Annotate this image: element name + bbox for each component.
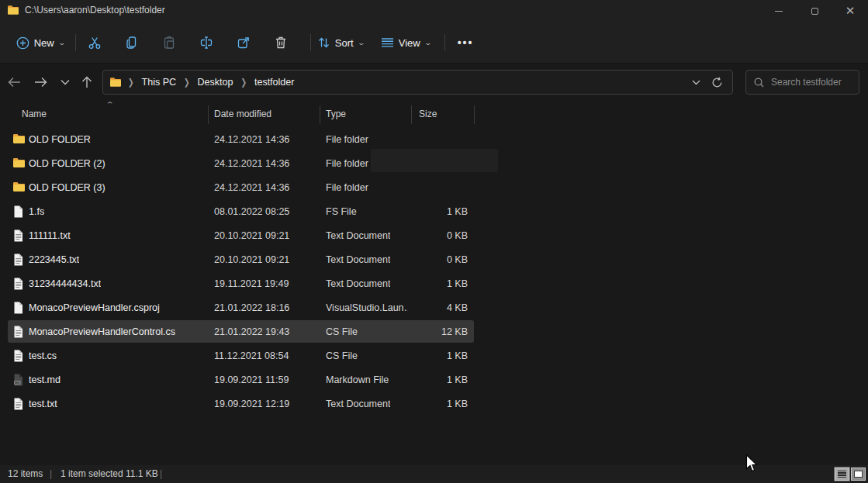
title-bar: C:\Users\aaron\Desktop\testfolder ✕ [0, 0, 868, 22]
items-count: 12 items [8, 468, 43, 479]
file-date: 21.01.2022 19:43 [214, 326, 289, 337]
column-separator[interactable] [320, 105, 320, 124]
address-bar[interactable]: ❯ This PC ❯ Desktop ❯ testfolder [102, 70, 733, 95]
thumbnails-view-toggle[interactable] [851, 467, 866, 481]
file-row[interactable]: OLD FOLDER (3)24.12.2021 14:36File folde… [0, 175, 868, 199]
column-separator[interactable] [474, 105, 475, 124]
file-date: 08.01.2022 08:25 [214, 206, 289, 217]
minimize-icon [775, 11, 783, 12]
folder-icon [12, 157, 26, 170]
file-size: 4 KB [403, 302, 468, 313]
back-button[interactable] [2, 70, 26, 95]
breadcrumb-item[interactable]: This PC [139, 77, 179, 88]
file-row[interactable]: OLD FOLDER24.12.2021 14:36File folder [0, 127, 868, 151]
details-view-toggle[interactable] [835, 467, 849, 481]
search-box[interactable] [745, 70, 859, 95]
paste-button[interactable] [154, 29, 185, 57]
text-file-icon [12, 325, 26, 338]
file-explorer-window: C:\Users\aaron\Desktop\testfolder ✕ New … [0, 0, 868, 483]
file-size: 1 KB [403, 350, 468, 361]
text-file-icon [12, 397, 26, 410]
folder-icon [12, 133, 26, 146]
cut-button[interactable] [79, 29, 110, 57]
file-type: File folder [326, 182, 368, 193]
file-name: test.txt [29, 398, 57, 409]
minimize-button[interactable] [761, 0, 797, 22]
text-file-icon [12, 277, 26, 290]
folder-icon [109, 77, 122, 88]
search-input[interactable] [771, 77, 851, 88]
breadcrumb-chevron-icon: ❯ [123, 78, 139, 88]
refresh-button[interactable] [711, 77, 723, 88]
delete-button[interactable] [265, 29, 296, 57]
file-size: 1 KB [403, 398, 468, 409]
share-button[interactable] [228, 29, 259, 57]
more-options-button[interactable]: ••• [450, 29, 481, 57]
file-size: 0 KB [403, 230, 468, 241]
share-icon [237, 36, 251, 50]
breadcrumb-item[interactable]: testfolder [251, 77, 297, 88]
file-name: MonacoPreviewHandlerControl.cs [29, 326, 175, 337]
file-row[interactable]: MonacoPreviewHandlerControl.cs21.01.2022… [0, 319, 868, 343]
up-button[interactable] [74, 70, 99, 95]
sort-arrows-icon [317, 36, 330, 49]
column-header-size[interactable]: Size [419, 109, 437, 119]
file-row[interactable]: test.txt19.09.2021 12:19Text Document1 K… [0, 392, 868, 416]
file-date: 20.10.2021 09:21 [214, 230, 289, 241]
file-type: CS File [326, 326, 358, 337]
column-header-type[interactable]: Type [326, 109, 346, 119]
copy-button[interactable] [116, 29, 147, 57]
status-separator: | [50, 468, 52, 479]
file-row[interactable]: 1.fs08.01.2022 08:25FS File1 KB [0, 199, 868, 223]
view-button[interactable]: View ⌄ [377, 29, 434, 57]
file-name: 31234444434.txt [29, 278, 101, 289]
file-type: File folder [326, 158, 368, 169]
new-button[interactable]: New ⌄ [9, 29, 71, 57]
md-file-icon: MD [12, 373, 26, 386]
text-file-icon [12, 229, 26, 242]
file-type: CS File [326, 350, 358, 361]
chevron-down-icon: ⌄ [424, 39, 432, 47]
delete-icon [274, 36, 288, 50]
close-button[interactable]: ✕ [832, 0, 868, 22]
plus-circle-icon [16, 36, 29, 50]
svg-text:MD: MD [15, 381, 20, 385]
file-size: 1 KB [403, 278, 468, 289]
file-row[interactable]: 111111.txt20.10.2021 09:21Text Document0… [0, 223, 868, 247]
breadcrumb-item[interactable]: Desktop [195, 77, 237, 88]
file-row[interactable]: test.cs11.12.2021 08:54CS File1 KB [0, 343, 868, 367]
file-name: 2223445.txt [29, 254, 79, 265]
column-separator[interactable] [411, 105, 412, 124]
maximize-button[interactable] [797, 0, 832, 22]
file-size: 0 KB [403, 254, 468, 265]
sort-ascending-icon: ⌃ [105, 101, 114, 109]
navigation-bar: ❯ This PC ❯ Desktop ❯ testfolder [0, 64, 868, 101]
file-date: 19.09.2021 12:19 [214, 398, 289, 409]
toolbar-separator [75, 34, 76, 51]
sort-button[interactable]: Sort ⌄ [314, 29, 367, 57]
column-separator[interactable] [208, 105, 209, 124]
file-row[interactable]: 31234444434.txt19.11.2021 19:49Text Docu… [0, 271, 868, 295]
column-header-name[interactable]: Name [22, 109, 47, 119]
address-dropdown-button[interactable] [692, 80, 700, 85]
file-date: 21.01.2022 18:16 [214, 302, 289, 313]
paste-icon [162, 36, 176, 50]
text-file-icon [12, 253, 26, 266]
file-icon [12, 205, 26, 218]
forward-button[interactable] [28, 70, 53, 95]
rename-button[interactable] [191, 29, 222, 57]
file-row[interactable]: MDtest.md19.09.2021 11:59Markdown File1 … [0, 367, 868, 392]
close-icon: ✕ [846, 4, 856, 18]
search-icon [754, 78, 764, 88]
file-type: VisualStudio.Laun… [326, 302, 408, 313]
file-row[interactable]: MonacoPreviewHandler.csproj21.01.2022 18… [0, 295, 868, 319]
file-type: File folder [326, 134, 368, 145]
file-row[interactable]: OLD FOLDER (2)24.12.2021 14:36File folde… [0, 151, 868, 175]
column-header-date[interactable]: Date modified [214, 109, 271, 119]
file-list: OLD FOLDER24.12.2021 14:36File folderOLD… [0, 127, 868, 416]
file-row[interactable]: 2223445.txt20.10.2021 09:21Text Document… [0, 247, 868, 271]
view-button-label: View [399, 37, 420, 49]
selection-size: 11.1 KB [126, 468, 158, 479]
rename-icon [199, 36, 213, 50]
toolbar-separator [310, 34, 311, 51]
